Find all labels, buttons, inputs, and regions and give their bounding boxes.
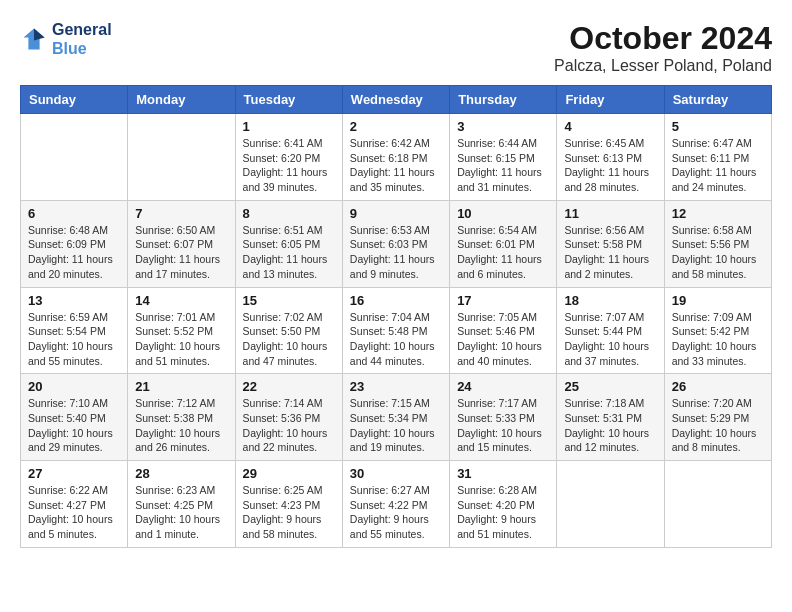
day-info: Sunrise: 6:25 AM Sunset: 4:23 PM Dayligh… [243, 483, 335, 542]
calendar-cell [557, 461, 664, 548]
day-info: Sunrise: 6:44 AM Sunset: 6:15 PM Dayligh… [457, 136, 549, 195]
day-info: Sunrise: 6:42 AM Sunset: 6:18 PM Dayligh… [350, 136, 442, 195]
column-header-thursday: Thursday [450, 86, 557, 114]
day-info: Sunrise: 6:51 AM Sunset: 6:05 PM Dayligh… [243, 223, 335, 282]
day-info: Sunrise: 6:54 AM Sunset: 6:01 PM Dayligh… [457, 223, 549, 282]
day-info: Sunrise: 6:47 AM Sunset: 6:11 PM Dayligh… [672, 136, 764, 195]
calendar-cell: 24Sunrise: 7:17 AM Sunset: 5:33 PM Dayli… [450, 374, 557, 461]
day-number: 7 [135, 206, 227, 221]
calendar-cell: 19Sunrise: 7:09 AM Sunset: 5:42 PM Dayli… [664, 287, 771, 374]
day-number: 31 [457, 466, 549, 481]
calendar-cell: 25Sunrise: 7:18 AM Sunset: 5:31 PM Dayli… [557, 374, 664, 461]
day-info: Sunrise: 7:09 AM Sunset: 5:42 PM Dayligh… [672, 310, 764, 369]
day-info: Sunrise: 6:27 AM Sunset: 4:22 PM Dayligh… [350, 483, 442, 542]
day-info: Sunrise: 6:41 AM Sunset: 6:20 PM Dayligh… [243, 136, 335, 195]
logo: General Blue [20, 20, 112, 58]
logo-text: General Blue [52, 20, 112, 58]
day-info: Sunrise: 7:17 AM Sunset: 5:33 PM Dayligh… [457, 396, 549, 455]
day-number: 3 [457, 119, 549, 134]
day-number: 11 [564, 206, 656, 221]
calendar-cell: 20Sunrise: 7:10 AM Sunset: 5:40 PM Dayli… [21, 374, 128, 461]
column-header-tuesday: Tuesday [235, 86, 342, 114]
day-info: Sunrise: 7:15 AM Sunset: 5:34 PM Dayligh… [350, 396, 442, 455]
calendar-cell: 31Sunrise: 6:28 AM Sunset: 4:20 PM Dayli… [450, 461, 557, 548]
day-number: 2 [350, 119, 442, 134]
day-info: Sunrise: 7:14 AM Sunset: 5:36 PM Dayligh… [243, 396, 335, 455]
calendar-cell: 13Sunrise: 6:59 AM Sunset: 5:54 PM Dayli… [21, 287, 128, 374]
day-number: 21 [135, 379, 227, 394]
calendar-cell: 8Sunrise: 6:51 AM Sunset: 6:05 PM Daylig… [235, 200, 342, 287]
day-number: 16 [350, 293, 442, 308]
calendar-table: SundayMondayTuesdayWednesdayThursdayFrid… [20, 85, 772, 548]
day-info: Sunrise: 7:05 AM Sunset: 5:46 PM Dayligh… [457, 310, 549, 369]
day-info: Sunrise: 6:45 AM Sunset: 6:13 PM Dayligh… [564, 136, 656, 195]
day-info: Sunrise: 7:02 AM Sunset: 5:50 PM Dayligh… [243, 310, 335, 369]
day-info: Sunrise: 6:59 AM Sunset: 5:54 PM Dayligh… [28, 310, 120, 369]
calendar-cell: 11Sunrise: 6:56 AM Sunset: 5:58 PM Dayli… [557, 200, 664, 287]
day-info: Sunrise: 6:56 AM Sunset: 5:58 PM Dayligh… [564, 223, 656, 282]
calendar-cell: 6Sunrise: 6:48 AM Sunset: 6:09 PM Daylig… [21, 200, 128, 287]
calendar-cell: 23Sunrise: 7:15 AM Sunset: 5:34 PM Dayli… [342, 374, 449, 461]
page-header: General Blue October 2024 Palcza, Lesser… [20, 20, 772, 75]
day-number: 24 [457, 379, 549, 394]
day-info: Sunrise: 6:22 AM Sunset: 4:27 PM Dayligh… [28, 483, 120, 542]
day-info: Sunrise: 7:20 AM Sunset: 5:29 PM Dayligh… [672, 396, 764, 455]
day-number: 14 [135, 293, 227, 308]
column-header-wednesday: Wednesday [342, 86, 449, 114]
day-number: 18 [564, 293, 656, 308]
calendar-cell: 2Sunrise: 6:42 AM Sunset: 6:18 PM Daylig… [342, 114, 449, 201]
calendar-cell: 17Sunrise: 7:05 AM Sunset: 5:46 PM Dayli… [450, 287, 557, 374]
column-header-saturday: Saturday [664, 86, 771, 114]
column-header-friday: Friday [557, 86, 664, 114]
calendar-cell: 3Sunrise: 6:44 AM Sunset: 6:15 PM Daylig… [450, 114, 557, 201]
calendar-cell: 28Sunrise: 6:23 AM Sunset: 4:25 PM Dayli… [128, 461, 235, 548]
calendar-cell: 18Sunrise: 7:07 AM Sunset: 5:44 PM Dayli… [557, 287, 664, 374]
day-info: Sunrise: 7:04 AM Sunset: 5:48 PM Dayligh… [350, 310, 442, 369]
calendar-cell: 21Sunrise: 7:12 AM Sunset: 5:38 PM Dayli… [128, 374, 235, 461]
calendar-cell: 14Sunrise: 7:01 AM Sunset: 5:52 PM Dayli… [128, 287, 235, 374]
day-info: Sunrise: 7:12 AM Sunset: 5:38 PM Dayligh… [135, 396, 227, 455]
day-number: 30 [350, 466, 442, 481]
day-number: 22 [243, 379, 335, 394]
day-info: Sunrise: 6:58 AM Sunset: 5:56 PM Dayligh… [672, 223, 764, 282]
day-number: 5 [672, 119, 764, 134]
calendar-cell: 26Sunrise: 7:20 AM Sunset: 5:29 PM Dayli… [664, 374, 771, 461]
day-info: Sunrise: 6:23 AM Sunset: 4:25 PM Dayligh… [135, 483, 227, 542]
calendar-cell: 9Sunrise: 6:53 AM Sunset: 6:03 PM Daylig… [342, 200, 449, 287]
column-header-sunday: Sunday [21, 86, 128, 114]
logo-icon [20, 25, 48, 53]
day-number: 8 [243, 206, 335, 221]
day-number: 29 [243, 466, 335, 481]
day-info: Sunrise: 7:18 AM Sunset: 5:31 PM Dayligh… [564, 396, 656, 455]
day-number: 25 [564, 379, 656, 394]
calendar-cell: 29Sunrise: 6:25 AM Sunset: 4:23 PM Dayli… [235, 461, 342, 548]
calendar-cell: 5Sunrise: 6:47 AM Sunset: 6:11 PM Daylig… [664, 114, 771, 201]
day-info: Sunrise: 7:01 AM Sunset: 5:52 PM Dayligh… [135, 310, 227, 369]
day-info: Sunrise: 6:50 AM Sunset: 6:07 PM Dayligh… [135, 223, 227, 282]
day-number: 23 [350, 379, 442, 394]
calendar-cell [128, 114, 235, 201]
day-info: Sunrise: 6:48 AM Sunset: 6:09 PM Dayligh… [28, 223, 120, 282]
calendar-cell: 27Sunrise: 6:22 AM Sunset: 4:27 PM Dayli… [21, 461, 128, 548]
day-number: 9 [350, 206, 442, 221]
calendar-cell: 7Sunrise: 6:50 AM Sunset: 6:07 PM Daylig… [128, 200, 235, 287]
day-number: 6 [28, 206, 120, 221]
day-number: 15 [243, 293, 335, 308]
column-header-monday: Monday [128, 86, 235, 114]
day-number: 20 [28, 379, 120, 394]
title-block: October 2024 Palcza, Lesser Poland, Pola… [554, 20, 772, 75]
calendar-cell [664, 461, 771, 548]
day-number: 13 [28, 293, 120, 308]
calendar-cell: 30Sunrise: 6:27 AM Sunset: 4:22 PM Dayli… [342, 461, 449, 548]
day-info: Sunrise: 7:07 AM Sunset: 5:44 PM Dayligh… [564, 310, 656, 369]
calendar-cell: 16Sunrise: 7:04 AM Sunset: 5:48 PM Dayli… [342, 287, 449, 374]
calendar-cell: 12Sunrise: 6:58 AM Sunset: 5:56 PM Dayli… [664, 200, 771, 287]
day-number: 12 [672, 206, 764, 221]
day-number: 28 [135, 466, 227, 481]
day-number: 1 [243, 119, 335, 134]
calendar-cell: 22Sunrise: 7:14 AM Sunset: 5:36 PM Dayli… [235, 374, 342, 461]
day-number: 4 [564, 119, 656, 134]
calendar-cell: 4Sunrise: 6:45 AM Sunset: 6:13 PM Daylig… [557, 114, 664, 201]
calendar-cell: 15Sunrise: 7:02 AM Sunset: 5:50 PM Dayli… [235, 287, 342, 374]
calendar-cell: 1Sunrise: 6:41 AM Sunset: 6:20 PM Daylig… [235, 114, 342, 201]
